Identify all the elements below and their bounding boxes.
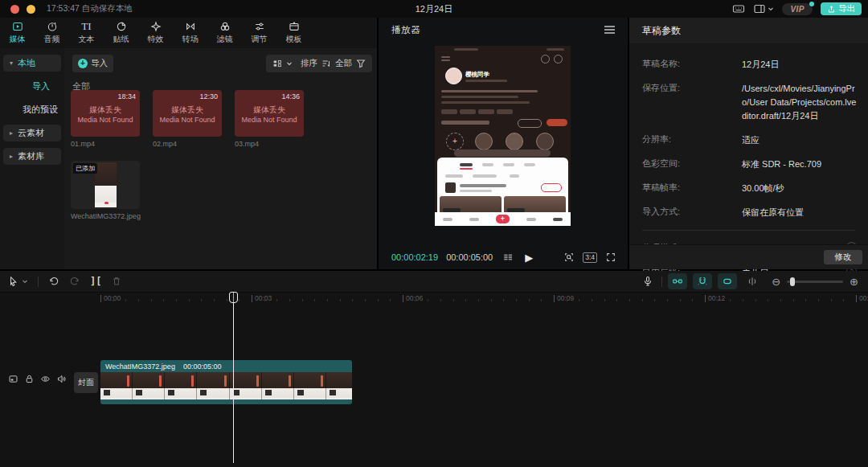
import-button[interactable]: + 导入 — [72, 55, 113, 72]
ruler-tick — [616, 299, 617, 301]
delete-icon[interactable] — [111, 276, 122, 287]
tab-template[interactable]: 模板 — [276, 18, 311, 48]
hide-track-icon[interactable] — [40, 374, 51, 384]
modify-button[interactable]: 修改 — [824, 250, 862, 264]
preview-statusbar — [454, 48, 478, 51]
filter-button[interactable]: 全部 — [330, 55, 372, 72]
view-mode-button[interactable] — [266, 55, 298, 72]
track-type-icon[interactable] — [8, 374, 18, 384]
timeline-clip[interactable]: WechatIMG3372.jpeg 00:00:05:00 — [100, 360, 352, 404]
sticker-icon — [116, 21, 127, 32]
ruler-tick — [541, 299, 542, 301]
ruler-tick — [743, 299, 743, 301]
media-library-panel: 媒体音频TI文本贴纸特效转场滤镜调节模板 ▾本地导入我的预设▸云素材▸素材库 +… — [0, 18, 377, 269]
audio-icon — [47, 21, 58, 32]
more-glyph — [541, 55, 550, 63]
media-card: 14:36媒体丢失Media Not Found03.mp4 — [235, 90, 304, 148]
tab-transition[interactable]: 转场 — [173, 18, 207, 48]
window-minimize-button[interactable] — [27, 5, 35, 14]
ruler-tick — [831, 299, 832, 301]
ruler-tick — [680, 299, 681, 301]
ruler-tick — [567, 299, 567, 301]
timeline-ruler[interactable]: 00:0000:0300:0600:0900:1200:15 — [0, 292, 868, 305]
vip-badge[interactable]: VIP — [782, 3, 813, 15]
ruler-tick — [314, 299, 315, 301]
clip-filmstrip — [100, 372, 352, 399]
auto-snap-toggle[interactable] — [693, 273, 712, 289]
sidebar-item[interactable]: ▾本地 — [3, 55, 61, 72]
ruler-label: 00:03 — [252, 295, 272, 302]
linkage-toggle[interactable] — [718, 273, 737, 289]
zoom-out-icon[interactable]: ⊖ — [772, 276, 780, 288]
record-voiceover-icon[interactable] — [642, 276, 653, 287]
lock-track-icon[interactable] — [24, 374, 35, 384]
adjust-icon — [254, 21, 265, 32]
filename-label: 01.mp4 — [71, 140, 140, 148]
share-glyph — [554, 55, 563, 63]
media-grid-area: + 导入 排序 全部 全部 18:34 — [64, 48, 377, 269]
tab-sticker[interactable]: 贴纸 — [104, 18, 138, 48]
ruler-tick — [125, 299, 126, 301]
tab-effects[interactable]: 特效 — [138, 18, 173, 48]
sidebar-item[interactable]: ▸素材库 — [3, 148, 61, 165]
timeline-zoom-slider[interactable] — [787, 277, 843, 286]
player-title: 播放器 — [391, 23, 420, 37]
preview-axis-toggle[interactable] — [743, 273, 762, 289]
workspace-layout-icon[interactable] — [753, 2, 774, 15]
param-label: 色彩空间: — [642, 158, 742, 170]
preview-canvas[interactable]: 樱桃同学 + — [435, 46, 571, 226]
tab-media[interactable]: 媒体 — [0, 18, 35, 48]
draft-row: 色彩空间:标准 SDR - Rec.709 — [642, 158, 857, 171]
preview-quality-icon[interactable] — [563, 252, 575, 263]
filmstrip-frame — [294, 372, 326, 399]
player-menu-icon[interactable] — [604, 26, 615, 33]
mute-track-icon[interactable] — [56, 374, 67, 384]
select-tool-icon[interactable] — [8, 276, 19, 287]
missing-media-card[interactable]: 18:34媒体丢失Media Not Found — [71, 90, 140, 137]
main-track-magnet-toggle[interactable] — [668, 273, 687, 289]
ruler-label: 00:06 — [403, 295, 423, 302]
export-button[interactable]: 导出 — [821, 2, 862, 15]
shortcut-keyboard-icon[interactable] — [732, 2, 745, 15]
split-clip-icon[interactable]: ][ — [90, 276, 101, 287]
draft-row: 导入方式:保留在原有位置 — [642, 206, 857, 219]
tab-filter[interactable]: 滤镜 — [207, 18, 242, 48]
zoom-in-icon[interactable]: ⊕ — [850, 276, 858, 288]
missing-media-card[interactable]: 14:36媒体丢失Media Not Found — [235, 90, 304, 137]
filmstrip-frame — [100, 372, 133, 399]
zoom-slider-handle[interactable] — [790, 277, 795, 286]
fullscreen-icon[interactable] — [605, 252, 616, 263]
media-thumbnail[interactable]: 已添加 — [71, 161, 140, 209]
param-label: 保存位置: — [642, 82, 742, 94]
ruler-tick — [327, 299, 328, 301]
play-button[interactable]: ▶ — [525, 252, 533, 264]
ruler-tick — [416, 299, 416, 301]
undo-icon[interactable] — [48, 276, 59, 287]
playhead-handle[interactable] — [229, 292, 238, 303]
sidebar-item[interactable]: ▸云素材 — [3, 125, 61, 141]
ruler-tick — [718, 299, 719, 301]
param-label: 分辨率: — [642, 133, 742, 145]
cover-button[interactable]: 封面 — [74, 372, 98, 393]
param-value: 12月24日 — [742, 58, 857, 72]
missing-media-card[interactable]: 12:30媒体丢失Media Not Found — [153, 90, 222, 137]
tab-adjust[interactable]: 调节 — [242, 18, 276, 48]
sidebar-item[interactable]: 导入 — [3, 78, 61, 95]
sidebar-item[interactable]: 我的预设 — [3, 101, 61, 118]
window-close-button[interactable] — [10, 5, 19, 14]
text-icon: TI — [81, 21, 91, 32]
profile-action-bar — [454, 150, 551, 157]
title-bar: 17:53:47 自动保存本地 12月24日 VIP 导出 — [0, 0, 868, 18]
track-controls — [0, 374, 67, 384]
filename-label: 03.mp4 — [235, 140, 304, 148]
select-tool-caret-icon[interactable] — [22, 278, 28, 285]
tab-text[interactable]: TI文本 — [69, 18, 104, 48]
tab-audio[interactable]: 音频 — [35, 18, 69, 48]
redo-icon[interactable] — [69, 276, 80, 287]
total-timecode: 00:00:05:00 — [446, 252, 493, 262]
ruler-tick — [289, 299, 290, 301]
aspect-ratio-button[interactable]: 3:4 — [583, 252, 597, 263]
frame-preview-icon[interactable] — [502, 252, 514, 263]
missing-subtitle: Media Not Found — [71, 116, 140, 124]
ruler-tick — [239, 299, 240, 301]
